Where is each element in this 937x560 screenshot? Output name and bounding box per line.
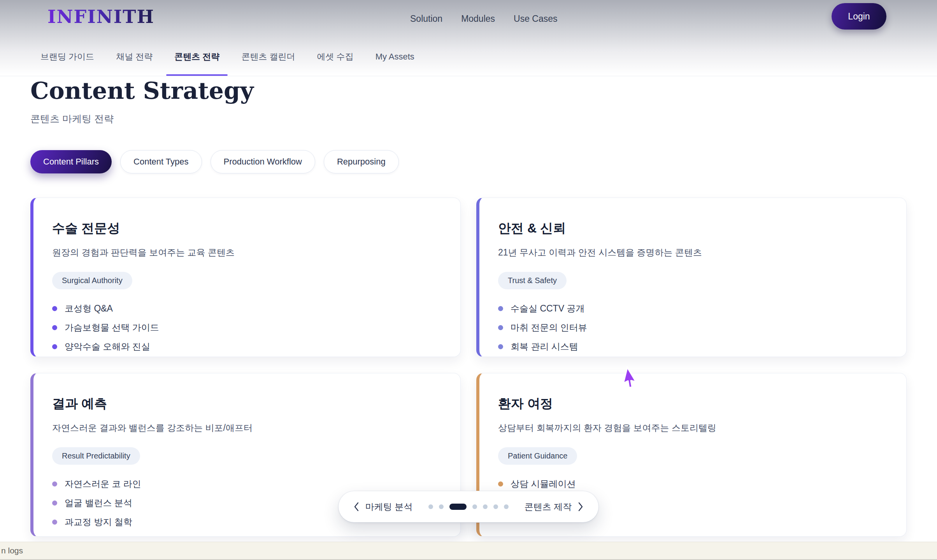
pager-dot[interactable] xyxy=(504,504,509,509)
pillar-card-surgical: 수술 전문성 원장의 경험과 판단력을 보여주는 교육 콘텐츠 Surgical… xyxy=(30,198,461,357)
bullet-dot-icon xyxy=(498,325,503,330)
list-item-label: 코성형 Q&A xyxy=(65,303,113,315)
list-item-label: 가슴보형물 선택 가이드 xyxy=(65,322,159,334)
list-item-label: 과교정 방지 철학 xyxy=(65,516,132,528)
list-item-label: 상담 시뮬레이션 xyxy=(511,478,576,490)
pager-dot[interactable] xyxy=(428,504,433,509)
tab-content-calendar[interactable]: 콘텐츠 캘린더 xyxy=(241,37,295,76)
list-item: 가슴보형물 선택 가이드 xyxy=(52,322,442,333)
bullet-dot-icon xyxy=(52,520,57,525)
page-subtitle: 콘텐츠 마케팅 전략 xyxy=(30,112,907,125)
pager-next-label[interactable]: 콘텐츠 제작 xyxy=(525,501,572,513)
card-badge: Patient Guidance xyxy=(498,447,577,465)
filter-content-types[interactable]: Content Types xyxy=(120,150,202,173)
bullet-dot-icon xyxy=(52,481,57,486)
filter-repurposing[interactable]: Repurposing xyxy=(324,150,399,173)
tab-branding-guide[interactable]: 브랜딩 가이드 xyxy=(40,37,94,76)
card-description: 상담부터 회복까지의 환자 경험을 보여주는 스토리텔링 xyxy=(498,422,888,434)
pager-dot[interactable] xyxy=(493,504,498,509)
bullet-dot-icon xyxy=(498,344,503,349)
card-bullet-list: 상담 시뮬레이션 xyxy=(498,479,888,489)
list-item: 자연스러운 코 라인 xyxy=(52,479,442,489)
card-description: 21년 무사고 이력과 안전 시스템을 증명하는 콘텐츠 xyxy=(498,247,888,259)
nav-item-modules[interactable]: Modules xyxy=(461,14,495,24)
bullet-dot-icon xyxy=(498,306,503,311)
filter-content-pillars[interactable]: Content Pillars xyxy=(30,150,112,173)
main-content: Content Strategy 콘텐츠 마케팅 전략 Content Pill… xyxy=(0,79,937,537)
login-button[interactable]: Login xyxy=(832,3,886,30)
pager-dots xyxy=(428,504,509,510)
card-badge: Result Predictability xyxy=(52,447,140,465)
bullet-dot-icon xyxy=(52,344,57,349)
card-bullet-list: 수술실 CCTV 공개 마취 전문의 인터뷰 회복 관리 시스템 xyxy=(498,303,888,352)
pager-dot-active[interactable] xyxy=(449,504,467,510)
list-item: 양악수술 오해와 진실 xyxy=(52,341,442,352)
status-bar: n logs xyxy=(0,542,937,560)
pillar-card-trust: 안전 & 신뢰 21년 무사고 이력과 안전 시스템을 증명하는 콘텐츠 Tru… xyxy=(476,198,907,357)
list-item-label: 자연스러운 코 라인 xyxy=(65,478,141,490)
pager-prev-label[interactable]: 마케팅 분석 xyxy=(365,501,412,513)
tab-channel-strategy[interactable]: 채널 전략 xyxy=(116,37,153,76)
tab-content-strategy[interactable]: 콘텐츠 전략 xyxy=(174,37,219,76)
card-title: 환자 여정 xyxy=(498,395,888,413)
card-badge: Trust & Safety xyxy=(498,272,567,289)
card-title: 결과 예측 xyxy=(52,395,442,413)
card-title: 수술 전문성 xyxy=(52,220,442,237)
card-badge: Surgical Authority xyxy=(52,272,132,289)
card-description: 원장의 경험과 판단력을 보여주는 교육 콘텐츠 xyxy=(52,247,442,259)
list-item: 마취 전문의 인터뷰 xyxy=(498,322,888,333)
pager-dot[interactable] xyxy=(483,504,488,509)
tab-bar: 브랜딩 가이드 채널 전략 콘텐츠 전략 콘텐츠 캘린더 에셋 수집 My As… xyxy=(0,37,937,76)
tab-asset-collection[interactable]: 에셋 수집 xyxy=(317,37,354,76)
page-title: Content Strategy xyxy=(30,79,907,103)
mouse-cursor xyxy=(622,365,642,390)
filter-production-workflow[interactable]: Production Workflow xyxy=(211,150,315,173)
card-description: 자연스러운 결과와 밸런스를 강조하는 비포/애프터 xyxy=(52,422,442,434)
list-item-label: 회복 관리 시스템 xyxy=(511,341,578,353)
list-item-label: 양악수술 오해와 진실 xyxy=(65,341,150,353)
section-pager: 마케팅 분석 콘텐츠 제작 xyxy=(339,491,598,522)
list-item: 상담 시뮬레이션 xyxy=(498,479,888,489)
main-nav: Solution Modules Use Cases xyxy=(410,0,558,37)
nav-item-use-cases[interactable]: Use Cases xyxy=(514,14,557,24)
tab-my-assets[interactable]: My Assets xyxy=(376,37,414,76)
filter-pill-group: Content Pillars Content Types Production… xyxy=(30,150,907,173)
chevron-left-icon[interactable] xyxy=(353,502,360,512)
list-item: 회복 관리 시스템 xyxy=(498,341,888,352)
card-bullet-list: 코성형 Q&A 가슴보형물 선택 가이드 양악수술 오해와 진실 xyxy=(52,303,442,352)
list-item-label: 마취 전문의 인터뷰 xyxy=(511,322,587,334)
bullet-dot-icon xyxy=(52,500,57,506)
site-header: INFINITH Solution Modules Use Cases Logi… xyxy=(0,0,937,37)
list-item: 수술실 CCTV 공개 xyxy=(498,303,888,314)
chevron-right-icon[interactable] xyxy=(577,502,584,512)
card-title: 안전 & 신뢰 xyxy=(498,220,888,237)
list-item: 코성형 Q&A xyxy=(52,303,442,314)
bullet-dot-icon xyxy=(52,306,57,311)
list-item-label: 수술실 CCTV 공개 xyxy=(511,303,584,315)
bullet-dot-icon xyxy=(52,325,57,330)
list-item-label: 얼굴 밸런스 분석 xyxy=(65,497,132,509)
bullet-dot-icon xyxy=(498,481,503,486)
pillar-cards-grid: 수술 전문성 원장의 경험과 판단력을 보여주는 교육 콘텐츠 Surgical… xyxy=(30,198,907,537)
pager-dot[interactable] xyxy=(472,504,477,509)
status-bar-text: n logs xyxy=(1,546,23,555)
pager-dot[interactable] xyxy=(439,504,444,509)
nav-item-solution[interactable]: Solution xyxy=(410,14,442,24)
logo: INFINITH xyxy=(47,8,154,26)
